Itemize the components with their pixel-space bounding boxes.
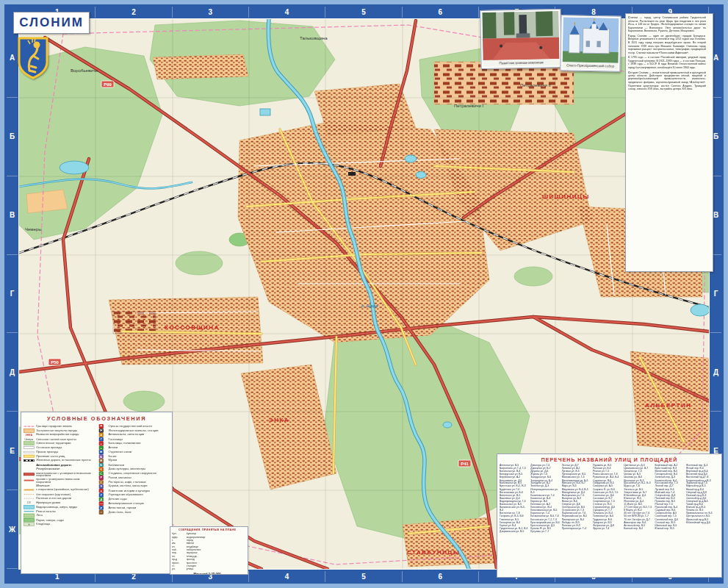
- legend-item-label: Озеленённые территории: [36, 442, 71, 445]
- legend-item-label: Проезжие части улиц: [36, 455, 65, 458]
- legend-symbol: [24, 446, 35, 449]
- legend-box: УСЛОВНЫЕ ОБОЗНАЧЕНИЯ Границы городских з…: [21, 412, 173, 574]
- legend-item-label: Водохранилища, озёра, пруды: [36, 506, 77, 509]
- legend-symbol-roadM: [24, 473, 35, 476]
- legend-symbol: ✝: [24, 523, 35, 527]
- map-title-box: СЛОНИМ: [13, 12, 90, 34]
- legend-symbol: [24, 480, 35, 481]
- legend-symbol-village: Чемеры: [25, 438, 34, 441]
- settlement-label: Тальковщина: [300, 36, 328, 40]
- legend-column-left: Границы городских земельЗастроенные квар…: [24, 424, 92, 526]
- legend-item-label: Органы государственной власти: [109, 425, 152, 428]
- legend-item-label: Рестораны, кафе, столовые: [109, 481, 146, 484]
- legend-symbol-park: [24, 518, 35, 523]
- legend-symbol-street: [24, 455, 35, 458]
- settlement-label: Петралевичи I: [454, 104, 483, 108]
- legend-item-label: Местные:: [36, 484, 50, 487]
- district-label: ШИШИНИЦЫ: [542, 193, 590, 200]
- legend-symbol-nums: 128: [27, 501, 31, 504]
- legend-item-label: Кладбища: [36, 523, 50, 526]
- coat-of-arms: [16, 37, 50, 79]
- legend-item-label: Автовокзалы, автостанции: [109, 434, 145, 437]
- legend-symbol: ⌂: [95, 510, 107, 514]
- grid-col-label: 4: [249, 7, 325, 18]
- poi-icon: ⌂: [99, 510, 104, 514]
- grid-row-label: Д: [7, 333, 18, 412]
- river-label: р. Щара: [361, 304, 378, 308]
- info-paragraph: Слоним — город, центр Слонимского района…: [628, 16, 706, 33]
- legend-item-label: Границы городских земель: [36, 425, 72, 428]
- abbreviation-short: ул.: [172, 567, 187, 570]
- legend-item-label: Гостиницы: [109, 437, 123, 440]
- legend-item-label: Рынки, магазины: [109, 476, 131, 479]
- legend-symbol: [24, 442, 35, 446]
- grid-col-label: 3: [173, 7, 249, 18]
- legend-symbol: [24, 505, 35, 509]
- street-index-column: Пушкина ул. В-5 Рабочая ул. Б-5 Речная у…: [593, 464, 622, 533]
- legend-symbol-forest: [24, 514, 35, 518]
- legend-item: ✝Кладбища: [24, 522, 92, 526]
- legend-item-label: Республиканские:: [36, 467, 60, 470]
- legend-symbol: [24, 455, 35, 458]
- legend-item-label: Больницы, поликлиники: [109, 442, 141, 445]
- legend-symbol-roadR: [24, 480, 35, 481]
- street-index-columns: Аптечная ул. В-5 Багратиона ул. Г-4, Г-5…: [500, 464, 715, 533]
- grid-row-label: Б: [7, 98, 18, 176]
- legend-symbol: [24, 426, 35, 426]
- map-sheet: 123456789 123456789 АБВГДЕЖ АБВГДЕЖ: [0, 0, 728, 588]
- legend-symbol-field: [24, 498, 35, 499]
- street-index-column: Лесная ул. Д-7 Липовая ул. А-2 Луговая у…: [562, 464, 591, 533]
- legend-item-label: без покрытия (грунтовые): [36, 492, 71, 495]
- legend-symbol-green: [24, 442, 35, 446]
- legend-item-label: Дома культуры, кинотеатры: [109, 467, 146, 470]
- legend-symbol: [24, 473, 35, 476]
- legend-symbol-mr: ЭНКА: [26, 434, 33, 437]
- legend-symbol-river: [24, 511, 35, 512]
- legend-item-label: Основные проезды: [36, 446, 62, 449]
- legend-item-label: прочие с усовершенствованным покрытием: [36, 478, 92, 484]
- legend-item-label: Застроенные кварталы города: [36, 429, 77, 432]
- legend-symbol: [24, 451, 35, 453]
- legend-item: прочие с усовершенствованным покрытием: [24, 478, 92, 484]
- legend-item-label: Учреждения образования: [109, 493, 143, 496]
- legend-symbol: [24, 511, 35, 512]
- legend-symbol: 128: [24, 501, 35, 504]
- legend-item-label: Музеи: [109, 459, 117, 462]
- grid-col-label: 5: [325, 571, 402, 582]
- legend-symbol: [24, 490, 35, 491]
- road-shield-label: Р41: [461, 462, 469, 466]
- district-label: АЛЬБЕРТИН: [645, 402, 691, 409]
- street-index-column: Аптечная ул. В-5 Багратиона ул. Г-4, Г-5…: [500, 464, 529, 533]
- legend-symbol-roadD: [24, 494, 35, 495]
- legend-symbol: Чемеры: [24, 438, 35, 441]
- legend-item-label: Автозаправочные станции: [109, 502, 144, 505]
- settlement-label: Воробьевичи: [71, 68, 98, 73]
- legend-symbol-water: [24, 505, 35, 509]
- legend-item-label: Леса: [36, 514, 43, 517]
- grid-left: АБВГДЕЖ: [7, 19, 18, 569]
- legend-symbol: [24, 518, 35, 523]
- legend-item: ⌂Дома быта, бани: [95, 510, 164, 514]
- map-title: СЛОНИМ: [19, 15, 84, 30]
- legend-item-label: Автомобильные дороги:: [36, 463, 72, 466]
- street-index-column: Берёзовый пер. А-2 Брестский пер. Е-3 Ви…: [655, 464, 685, 533]
- settlement-label: Петралевичи II: [520, 83, 551, 87]
- legend-symbol: [24, 429, 35, 433]
- legend-symbol-roadL: [24, 490, 35, 491]
- legend-item-label: Банки: [109, 455, 117, 458]
- photo-cathedral: Спасо-Преображенский собор: [560, 15, 621, 71]
- street-index-box: ПЕРЕЧЕНЬ НАЗВАНИЙ УЛИЦ И ПЛОЩАДЕЙ Аптечн…: [497, 453, 722, 578]
- legend-symbol-cem: ✝: [24, 523, 35, 527]
- photo-caption: Спасо-Преображенский собор: [562, 62, 618, 69]
- legend-item-label: Железные дороги, остановочные пункты: [36, 459, 90, 462]
- legend-item-label: Прочие проезды: [36, 451, 58, 453]
- legend-symbol-mainpass: [24, 446, 35, 449]
- grid-col-label: 4: [249, 571, 325, 582]
- map-scale: Масштаб 1:15 000: [172, 572, 242, 575]
- grid-col-label: 5: [325, 7, 402, 18]
- grid-row-label: В: [7, 176, 18, 255]
- legend-symbol-blocks: [24, 429, 35, 433]
- road-shield-label: Р50: [51, 360, 59, 365]
- legend-item-label: Детские сады: [109, 498, 127, 501]
- street-index-column: Ясеневый пер. Д-4 Ясный пер. Е-6 Вербовы…: [686, 464, 716, 533]
